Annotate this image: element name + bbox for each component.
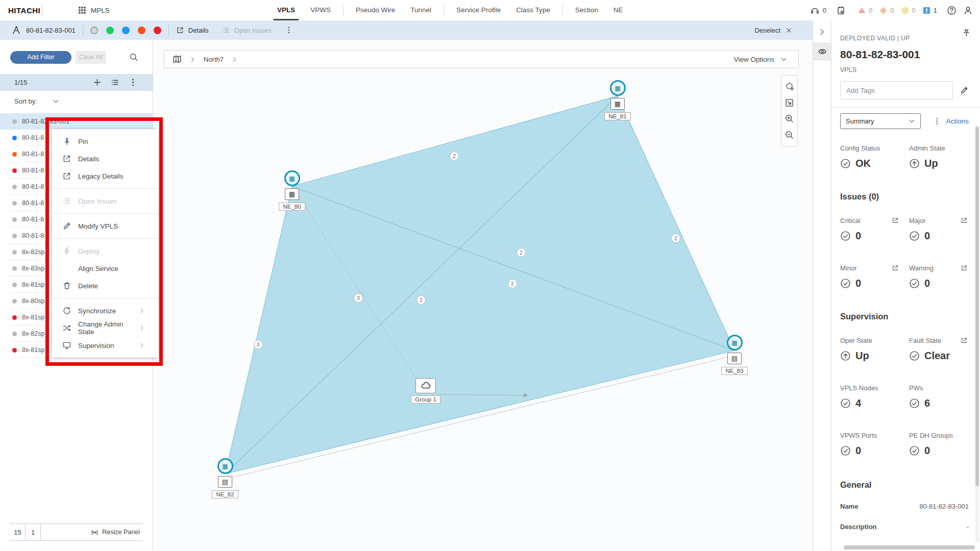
external-link-icon[interactable] (961, 337, 968, 344)
stat-oper-state: Oper StateUp (840, 337, 900, 362)
service-type: VPLS (840, 66, 969, 73)
support-icon[interactable] (810, 6, 820, 15)
check-circle-icon (909, 350, 920, 361)
menu-item-details[interactable]: Details (52, 150, 158, 167)
vertical-scrollbar[interactable] (975, 125, 979, 542)
tab-service-profile[interactable]: Service Profile (449, 0, 508, 20)
stat-fault-state: Fault StateClear (909, 337, 969, 362)
topology-node-NE_82[interactable]: ▦▤NE_82 (207, 458, 243, 498)
status-dot-unknown[interactable] (90, 27, 98, 34)
app-launcher-grid-icon[interactable] (78, 6, 87, 15)
external-link-icon[interactable] (892, 264, 899, 271)
more-options-icon[interactable] (129, 78, 137, 87)
chevron-right-icon (231, 56, 238, 63)
breadcrumb-region[interactable]: North7 (204, 56, 224, 63)
list-view-icon[interactable] (111, 78, 119, 87)
horizontal-scrollbar[interactable] (844, 545, 975, 549)
add-icon[interactable] (93, 78, 102, 87)
sort-by-label: Sort by: (14, 97, 37, 105)
tab-tunnel[interactable]: Tunnel (403, 0, 439, 20)
menu-item-change-admin-state[interactable]: Change Admin State (52, 319, 158, 337)
tab-vpws[interactable]: VPWS (303, 0, 338, 20)
menu-item-synchronize[interactable]: Synchronize (52, 302, 158, 319)
view-selector-dropdown[interactable]: Summary (840, 113, 921, 129)
tab-vpls[interactable]: VPLS (270, 0, 303, 20)
menu-item-align-service[interactable]: Align Service (52, 260, 158, 277)
menu-item-legacy-details[interactable]: Legacy Details (52, 167, 158, 185)
menu-divider (52, 188, 158, 189)
more-options-icon[interactable] (285, 26, 293, 34)
edit-tags-pencil-icon[interactable] (960, 86, 969, 95)
details-button[interactable]: Details (176, 26, 209, 34)
tab-pseudo-wire[interactable]: Pseudo Wire (348, 0, 403, 20)
help-icon[interactable] (947, 6, 957, 15)
stat-value: Up (924, 158, 938, 169)
topology-node-NE_83[interactable]: ▦▤NE_83 (716, 335, 753, 375)
tab-section[interactable]: Section (568, 0, 606, 20)
submenu-chevron-icon (139, 325, 145, 331)
pin-panel-icon[interactable] (962, 29, 971, 37)
list-item-label: 8x-80sp (22, 297, 44, 305)
node-label: NE_80 (279, 203, 305, 211)
status-dot-info[interactable] (122, 27, 130, 34)
list-item-label: 80-81-8 (22, 232, 44, 239)
visibility-tool[interactable] (813, 43, 831, 60)
menu-item-delete[interactable]: Delete (52, 277, 158, 294)
menu-item-pin[interactable]: Pin (52, 133, 158, 150)
general-heading: General (840, 480, 969, 490)
page-number[interactable]: 1 (26, 524, 41, 540)
menu-item-supervision[interactable]: Supervision (52, 337, 158, 354)
alert-badge-critical[interactable]: 0 (857, 6, 872, 15)
stat-label: Warning (909, 264, 934, 272)
list-item[interactable]: 80-81-82-83-001 (0, 113, 153, 130)
node-device-icon: ▦ (610, 98, 625, 110)
deploy-status-line: DEPLOYED VALID | UP (840, 35, 969, 42)
stat-value: Up (855, 350, 869, 362)
divider (343, 5, 344, 15)
add-filter-button[interactable]: Add Filter (10, 51, 71, 64)
page-size[interactable]: 15 (10, 524, 26, 540)
menu-item-modify-vpls[interactable]: Modify VPLS (52, 217, 158, 235)
chevron-right-icon (189, 56, 196, 63)
resize-panel-button[interactable]: Resize Panel (41, 524, 143, 540)
zoom-out-icon[interactable] (785, 130, 794, 140)
external-link-icon[interactable] (892, 217, 899, 224)
alert-badge-info[interactable]: 1 (922, 6, 937, 15)
tab-class-type[interactable]: Class Type (508, 0, 558, 20)
fit-to-screen-icon[interactable] (785, 98, 794, 108)
region-select-icon[interactable] (785, 82, 794, 91)
map-icon[interactable] (173, 55, 182, 64)
add-tags-input[interactable] (840, 81, 953, 99)
topology-group-node[interactable]: Group 1 (405, 378, 446, 404)
calendar-icon[interactable] (836, 6, 846, 15)
stat-label: VPWS Ports (840, 432, 877, 439)
view-options-button[interactable]: View Options (734, 56, 787, 63)
tab-ne[interactable]: NE (606, 0, 631, 20)
list-footer: 15 1 Resize Panel (10, 523, 143, 541)
details-panel: DEPLOYED VALID | UP 80-81-82-83-001 VPLS… (831, 20, 980, 551)
status-dot-major[interactable] (138, 27, 145, 34)
deselect-button[interactable]: Deselect (754, 27, 792, 34)
user-icon[interactable] (963, 6, 973, 15)
alert-badge-minor[interactable]: 0 (901, 6, 916, 15)
status-dot-critical[interactable] (154, 27, 161, 34)
topology-node-NE_81[interactable]: ▦▦NE_81 (599, 80, 636, 120)
expand-panel-button[interactable] (813, 26, 831, 38)
topology-node-NE_80[interactable]: ▦▦NE_80 (274, 170, 310, 211)
stat-minor: Minor0 (840, 264, 900, 289)
chevron-down-icon[interactable] (53, 98, 59, 105)
actions-button[interactable]: Actions (933, 117, 969, 125)
external-link-icon (176, 26, 184, 34)
menu-item-label: Synchronize (78, 307, 116, 315)
alert-badge-major[interactable]: 0 (879, 6, 894, 15)
list-item-label: 8x-81sp (22, 346, 44, 354)
external-link-icon[interactable] (961, 217, 968, 224)
zoom-in-icon[interactable] (785, 114, 794, 123)
field-label: Description (840, 523, 877, 531)
check-circle-icon (840, 445, 851, 456)
chevron-down-icon (909, 118, 915, 124)
stat-vpws-ports: VPWS Ports0 (840, 432, 900, 457)
status-dot-ok[interactable] (106, 27, 114, 34)
search-icon[interactable] (129, 53, 138, 62)
external-link-icon[interactable] (961, 264, 968, 271)
